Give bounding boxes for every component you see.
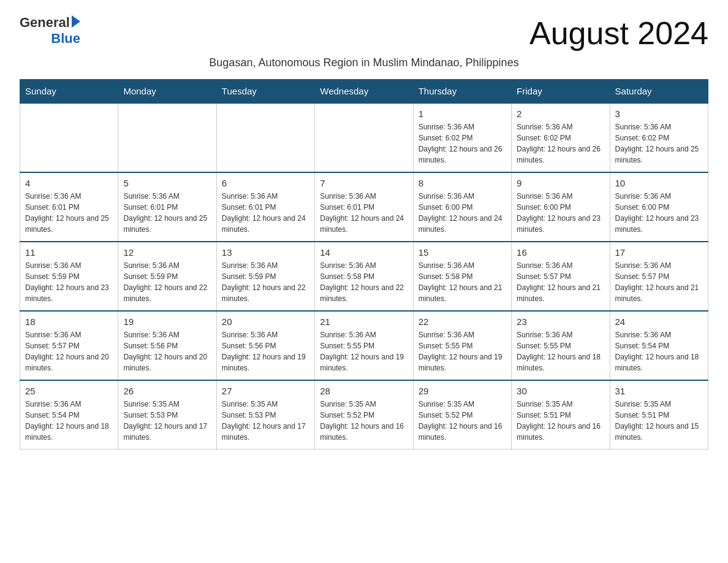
day-info: Sunrise: 5:35 AMSunset: 5:52 PMDaylight:… [320, 399, 408, 443]
calendar-cell: 11Sunrise: 5:36 AMSunset: 5:59 PMDayligh… [20, 242, 118, 311]
weekday-header-friday: Friday [512, 80, 610, 104]
day-info: Sunrise: 5:35 AMSunset: 5:51 PMDaylight:… [615, 399, 703, 443]
weekday-header-tuesday: Tuesday [216, 80, 314, 104]
day-info: Sunrise: 5:36 AMSunset: 6:00 PMDaylight:… [615, 191, 703, 235]
calendar-cell: 31Sunrise: 5:35 AMSunset: 5:51 PMDayligh… [610, 380, 708, 450]
calendar-cell: 25Sunrise: 5:36 AMSunset: 5:54 PMDayligh… [20, 380, 118, 450]
day-info: Sunrise: 5:36 AMSunset: 6:01 PMDaylight:… [320, 191, 408, 235]
page-title: August 2024 [529, 15, 708, 52]
day-info: Sunrise: 5:35 AMSunset: 5:53 PMDaylight:… [123, 399, 211, 443]
day-info: Sunrise: 5:36 AMSunset: 5:55 PMDaylight:… [517, 329, 604, 373]
day-info: Sunrise: 5:36 AMSunset: 5:56 PMDaylight:… [222, 329, 309, 373]
day-info: Sunrise: 5:36 AMSunset: 6:00 PMDaylight:… [517, 191, 604, 235]
day-number: 19 [123, 316, 211, 327]
day-info: Sunrise: 5:36 AMSunset: 5:54 PMDaylight:… [615, 329, 703, 373]
week-row-5: 25Sunrise: 5:36 AMSunset: 5:54 PMDayligh… [20, 380, 708, 450]
day-number: 10 [615, 178, 703, 188]
calendar-cell: 17Sunrise: 5:36 AMSunset: 5:57 PMDayligh… [610, 242, 708, 311]
calendar-cell: 27Sunrise: 5:35 AMSunset: 5:53 PMDayligh… [216, 380, 314, 450]
weekday-header-sunday: Sunday [20, 80, 118, 104]
week-row-4: 18Sunrise: 5:36 AMSunset: 5:57 PMDayligh… [20, 311, 708, 380]
day-number: 16 [517, 247, 604, 258]
calendar-cell: 9Sunrise: 5:36 AMSunset: 6:00 PMDaylight… [512, 172, 610, 242]
weekday-header-thursday: Thursday [413, 80, 511, 104]
day-info: Sunrise: 5:35 AMSunset: 5:51 PMDaylight:… [517, 399, 604, 443]
calendar-cell: 14Sunrise: 5:36 AMSunset: 5:58 PMDayligh… [315, 242, 413, 311]
calendar-cell: 28Sunrise: 5:35 AMSunset: 5:52 PMDayligh… [315, 380, 413, 450]
day-number: 20 [222, 316, 309, 327]
day-number: 18 [25, 316, 113, 327]
calendar-cell: 1Sunrise: 5:36 AMSunset: 6:02 PMDaylight… [413, 103, 511, 172]
calendar-cell: 23Sunrise: 5:36 AMSunset: 5:55 PMDayligh… [512, 311, 610, 380]
day-number: 15 [419, 247, 506, 258]
day-info: Sunrise: 5:36 AMSunset: 5:54 PMDaylight:… [25, 399, 113, 443]
subtitle: Bugasan, Autonomous Region in Muslim Min… [20, 56, 708, 69]
day-info: Sunrise: 5:36 AMSunset: 5:57 PMDaylight:… [25, 329, 113, 373]
day-info: Sunrise: 5:36 AMSunset: 5:58 PMDaylight:… [320, 260, 408, 304]
day-number: 29 [419, 386, 506, 396]
calendar-cell: 5Sunrise: 5:36 AMSunset: 6:01 PMDaylight… [118, 172, 216, 242]
day-number: 5 [123, 178, 211, 188]
day-info: Sunrise: 5:36 AMSunset: 6:01 PMDaylight:… [25, 191, 113, 235]
day-number: 21 [320, 316, 408, 327]
calendar-cell [118, 103, 216, 172]
week-row-2: 4Sunrise: 5:36 AMSunset: 6:01 PMDaylight… [20, 172, 708, 242]
calendar-cell: 6Sunrise: 5:36 AMSunset: 6:01 PMDaylight… [216, 172, 314, 242]
day-info: Sunrise: 5:36 AMSunset: 5:59 PMDaylight:… [25, 260, 113, 304]
day-number: 12 [123, 247, 211, 258]
day-number: 25 [25, 386, 113, 396]
calendar-cell: 18Sunrise: 5:36 AMSunset: 5:57 PMDayligh… [20, 311, 118, 380]
weekday-header-saturday: Saturday [610, 80, 708, 104]
day-info: Sunrise: 5:36 AMSunset: 5:57 PMDaylight:… [517, 260, 604, 304]
logo-blue: Blue [51, 31, 80, 47]
calendar-cell: 30Sunrise: 5:35 AMSunset: 5:51 PMDayligh… [512, 380, 610, 450]
calendar-cell: 13Sunrise: 5:36 AMSunset: 5:59 PMDayligh… [216, 242, 314, 311]
day-info: Sunrise: 5:36 AMSunset: 6:02 PMDaylight:… [615, 121, 703, 166]
day-info: Sunrise: 5:36 AMSunset: 6:01 PMDaylight:… [222, 191, 309, 235]
day-number: 24 [615, 316, 703, 327]
day-number: 27 [222, 386, 309, 396]
calendar: SundayMondayTuesdayWednesdayThursdayFrid… [20, 79, 708, 450]
day-info: Sunrise: 5:36 AMSunset: 5:55 PMDaylight:… [419, 329, 506, 373]
day-number: 4 [25, 178, 113, 188]
calendar-cell: 16Sunrise: 5:36 AMSunset: 5:57 PMDayligh… [512, 242, 610, 311]
header: General Blue August 2024 [20, 15, 708, 52]
calendar-cell: 10Sunrise: 5:36 AMSunset: 6:00 PMDayligh… [610, 172, 708, 242]
calendar-cell: 26Sunrise: 5:35 AMSunset: 5:53 PMDayligh… [118, 380, 216, 450]
calendar-cell: 24Sunrise: 5:36 AMSunset: 5:54 PMDayligh… [610, 311, 708, 380]
day-number: 2 [517, 109, 604, 119]
day-number: 31 [615, 386, 703, 396]
day-number: 9 [517, 178, 604, 188]
calendar-cell: 15Sunrise: 5:36 AMSunset: 5:58 PMDayligh… [413, 242, 511, 311]
calendar-cell: 19Sunrise: 5:36 AMSunset: 5:56 PMDayligh… [118, 311, 216, 380]
day-number: 1 [419, 109, 506, 119]
day-number: 13 [222, 247, 309, 258]
day-info: Sunrise: 5:36 AMSunset: 5:59 PMDaylight:… [123, 260, 211, 304]
day-number: 28 [320, 386, 408, 396]
day-info: Sunrise: 5:36 AMSunset: 5:55 PMDaylight:… [320, 329, 408, 373]
calendar-cell: 4Sunrise: 5:36 AMSunset: 6:01 PMDaylight… [20, 172, 118, 242]
day-number: 11 [25, 247, 113, 258]
day-info: Sunrise: 5:36 AMSunset: 6:02 PMDaylight:… [517, 121, 604, 166]
day-number: 14 [320, 247, 408, 258]
day-info: Sunrise: 5:36 AMSunset: 5:58 PMDaylight:… [419, 260, 506, 304]
calendar-header-row: SundayMondayTuesdayWednesdayThursdayFrid… [20, 80, 708, 104]
week-row-1: 1Sunrise: 5:36 AMSunset: 6:02 PMDaylight… [20, 103, 708, 172]
day-info: Sunrise: 5:35 AMSunset: 5:53 PMDaylight:… [222, 399, 309, 443]
day-number: 7 [320, 178, 408, 188]
calendar-cell: 20Sunrise: 5:36 AMSunset: 5:56 PMDayligh… [216, 311, 314, 380]
weekday-header-wednesday: Wednesday [315, 80, 413, 104]
day-info: Sunrise: 5:36 AMSunset: 5:57 PMDaylight:… [615, 260, 703, 304]
day-info: Sunrise: 5:36 AMSunset: 6:01 PMDaylight:… [123, 191, 211, 235]
calendar-cell [216, 103, 314, 172]
week-row-3: 11Sunrise: 5:36 AMSunset: 5:59 PMDayligh… [20, 242, 708, 311]
weekday-header-monday: Monday [118, 80, 216, 104]
day-number: 22 [419, 316, 506, 327]
logo-general: General [20, 15, 70, 31]
day-info: Sunrise: 5:36 AMSunset: 5:56 PMDaylight:… [123, 329, 211, 373]
day-number: 6 [222, 178, 309, 188]
day-number: 30 [517, 386, 604, 396]
day-info: Sunrise: 5:36 AMSunset: 6:02 PMDaylight:… [419, 121, 506, 166]
day-info: Sunrise: 5:36 AMSunset: 6:00 PMDaylight:… [419, 191, 506, 235]
day-number: 8 [419, 178, 506, 188]
